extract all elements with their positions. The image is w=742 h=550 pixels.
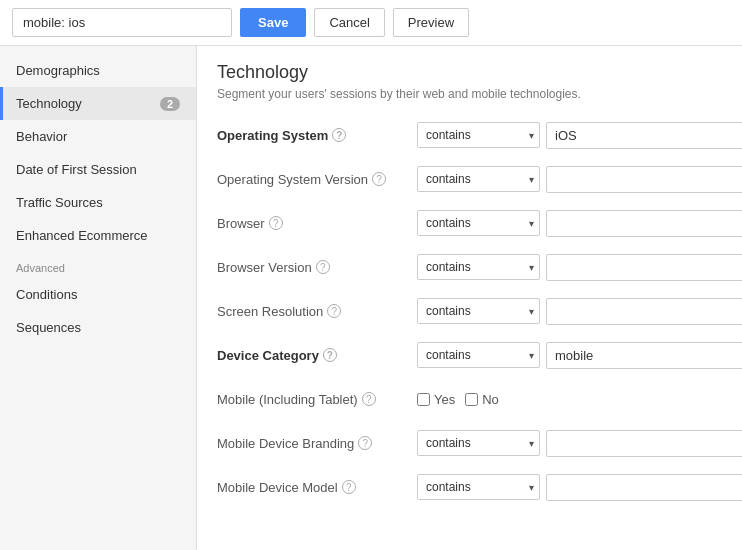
content-subtitle: Segment your users' sessions by their we… — [217, 87, 722, 101]
help-icon-mobile-device-model[interactable]: ? — [342, 480, 356, 494]
label-screen-resolution: Screen Resolution ? — [217, 304, 417, 319]
label-os-version: Operating System Version ? — [217, 172, 417, 187]
label-os: Operating System ? — [217, 128, 417, 143]
label-mobile-including-tablet: Mobile (Including Tablet) ? — [217, 392, 417, 407]
label-browser: Browser ? — [217, 216, 417, 231]
field-browser: Browser ? contains does not contain ▾ — [217, 207, 722, 239]
controls-mobile-device-branding: contains does not contain ▾ — [417, 430, 742, 457]
checkbox-yes[interactable] — [417, 393, 430, 406]
sidebar-item-label: Traffic Sources — [16, 195, 103, 210]
label-mobile-device-model: Mobile Device Model ? — [217, 480, 417, 495]
operator-wrap-device-category: contains does not contain ▾ — [417, 342, 540, 368]
operator-select-os[interactable]: contains does not contain exactly matche… — [417, 122, 540, 148]
field-os: Operating System ? contains does not con… — [217, 119, 722, 151]
sidebar-item-conditions[interactable]: Conditions — [0, 278, 196, 311]
operator-wrap-browser-version: contains does not contain ▾ — [417, 254, 540, 280]
operator-select-device-category[interactable]: contains does not contain — [417, 342, 540, 368]
operator-wrap-browser: contains does not contain ▾ — [417, 210, 540, 236]
sidebar-item-label: Technology — [16, 96, 82, 111]
operator-select-mobile-device-branding[interactable]: contains does not contain — [417, 430, 540, 456]
sidebar-item-date-of-first-session[interactable]: Date of First Session — [0, 153, 196, 186]
operator-wrap-mobile-device-model: contains does not contain ▾ — [417, 474, 540, 500]
sidebar-item-behavior[interactable]: Behavior — [0, 120, 196, 153]
operator-wrap-screen-resolution: contains does not contain ▾ — [417, 298, 540, 324]
main-layout: Demographics Technology 2 Behavior Date … — [0, 46, 742, 550]
help-icon-os[interactable]: ? — [332, 128, 346, 142]
sidebar-item-label: Sequences — [16, 320, 81, 335]
help-icon-screen-resolution[interactable]: ? — [327, 304, 341, 318]
sidebar-item-technology[interactable]: Technology 2 — [0, 87, 196, 120]
sidebar-item-label: Behavior — [16, 129, 67, 144]
controls-browser-version: contains does not contain ▾ — [417, 254, 742, 281]
save-button[interactable]: Save — [240, 8, 306, 37]
controls-browser: contains does not contain ▾ — [417, 210, 742, 237]
label-device-category: Device Category ? — [217, 348, 417, 363]
sidebar-item-traffic-sources[interactable]: Traffic Sources — [0, 186, 196, 219]
technology-badge: 2 — [160, 97, 180, 111]
operator-select-os-version[interactable]: contains does not contain — [417, 166, 540, 192]
controls-mobile-including-tablet: Yes No — [417, 392, 722, 407]
controls-os: contains does not contain exactly matche… — [417, 122, 742, 149]
checkbox-yes-label[interactable]: Yes — [417, 392, 455, 407]
field-os-version: Operating System Version ? contains does… — [217, 163, 722, 195]
value-input-browser[interactable] — [546, 210, 742, 237]
controls-os-version: contains does not contain ▾ — [417, 166, 742, 193]
controls-screen-resolution: contains does not contain ▾ — [417, 298, 742, 325]
label-browser-version: Browser Version ? — [217, 260, 417, 275]
preview-button[interactable]: Preview — [393, 8, 469, 37]
checkbox-yes-text: Yes — [434, 392, 455, 407]
help-icon-browser-version[interactable]: ? — [316, 260, 330, 274]
value-input-device-category[interactable] — [546, 342, 742, 369]
value-input-mobile-device-model[interactable] — [546, 474, 742, 501]
operator-select-screen-resolution[interactable]: contains does not contain — [417, 298, 540, 324]
content-area: Technology Segment your users' sessions … — [197, 46, 742, 550]
operator-wrap-mobile-device-branding: contains does not contain ▾ — [417, 430, 540, 456]
advanced-section-label: Advanced — [0, 252, 196, 278]
sidebar-item-label: Conditions — [16, 287, 77, 302]
label-mobile-device-branding: Mobile Device Branding ? — [217, 436, 417, 451]
value-input-os[interactable] — [546, 122, 742, 149]
cancel-button[interactable]: Cancel — [314, 8, 384, 37]
checkbox-group-mobile: Yes No — [417, 392, 499, 407]
sidebar-item-label: Enhanced Ecommerce — [16, 228, 148, 243]
help-icon-device-category[interactable]: ? — [323, 348, 337, 362]
field-mobile-including-tablet: Mobile (Including Tablet) ? Yes No — [217, 383, 722, 415]
header: Save Cancel Preview — [0, 0, 742, 46]
controls-mobile-device-model: contains does not contain ▾ — [417, 474, 742, 501]
value-input-screen-resolution[interactable] — [546, 298, 742, 325]
operator-select-browser-version[interactable]: contains does not contain — [417, 254, 540, 280]
field-mobile-device-model: Mobile Device Model ? contains does not … — [217, 471, 722, 503]
operator-select-browser[interactable]: contains does not contain — [417, 210, 540, 236]
help-icon-browser[interactable]: ? — [269, 216, 283, 230]
checkbox-no-text: No — [482, 392, 499, 407]
value-input-mobile-device-branding[interactable] — [546, 430, 742, 457]
content-title: Technology — [217, 62, 722, 83]
segment-name-input[interactable] — [12, 8, 232, 37]
operator-wrap-os-version: contains does not contain ▾ — [417, 166, 540, 192]
field-screen-resolution: Screen Resolution ? contains does not co… — [217, 295, 722, 327]
controls-device-category: contains does not contain ▾ ✕ — [417, 342, 742, 369]
value-input-browser-version[interactable] — [546, 254, 742, 281]
sidebar-item-sequences[interactable]: Sequences — [0, 311, 196, 344]
value-input-os-version[interactable] — [546, 166, 742, 193]
field-device-category: Device Category ? contains does not cont… — [217, 339, 722, 371]
sidebar: Demographics Technology 2 Behavior Date … — [0, 46, 197, 550]
help-icon-os-version[interactable]: ? — [372, 172, 386, 186]
sidebar-item-demographics[interactable]: Demographics — [0, 54, 196, 87]
sidebar-item-label: Date of First Session — [16, 162, 137, 177]
operator-select-mobile-device-model[interactable]: contains does not contain — [417, 474, 540, 500]
checkbox-no-label[interactable]: No — [465, 392, 499, 407]
sidebar-item-enhanced-ecommerce[interactable]: Enhanced Ecommerce — [0, 219, 196, 252]
checkbox-no[interactable] — [465, 393, 478, 406]
field-browser-version: Browser Version ? contains does not cont… — [217, 251, 722, 283]
operator-wrap-os: contains does not contain exactly matche… — [417, 122, 540, 148]
field-mobile-device-branding: Mobile Device Branding ? contains does n… — [217, 427, 722, 459]
help-icon-mobile-device-branding[interactable]: ? — [358, 436, 372, 450]
sidebar-item-label: Demographics — [16, 63, 100, 78]
help-icon-mobile-including-tablet[interactable]: ? — [362, 392, 376, 406]
